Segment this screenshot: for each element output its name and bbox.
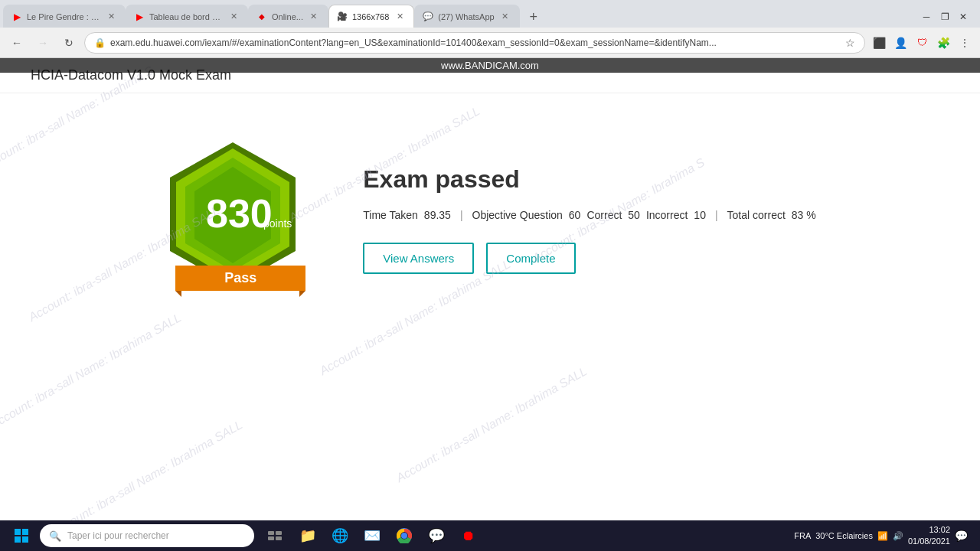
lock-icon: 🔒 <box>94 37 106 48</box>
svg-rect-11 <box>276 531 282 535</box>
reload-button[interactable]: ↻ <box>58 32 80 54</box>
weather-text: 30°C Eclaircies <box>815 531 873 540</box>
tab-bar: ▶ Le Pire Gendre : le ma ✕ ▶ Tableau de … <box>0 0 980 28</box>
svg-text:points: points <box>263 217 292 230</box>
objective-value: 60 <box>569 209 581 221</box>
watermark-7: Account: ibra-sall Name: Ibrahima SALL <box>394 364 590 485</box>
minimize-button[interactable]: ─ <box>919 9 934 24</box>
extensions-button[interactable]: ⬛ <box>870 34 888 52</box>
svg-rect-8 <box>15 536 21 543</box>
clock-date: 01/08/2021 <box>908 536 950 547</box>
total-correct-label: Total correct <box>727 209 786 221</box>
clock-time: 13:02 <box>929 524 950 536</box>
tab-3[interactable]: ◆ Online... ✕ <box>248 5 328 28</box>
keyboard-lang[interactable]: FRA <box>794 531 811 540</box>
tab-5[interactable]: 💬 (27) WhatsApp ✕ <box>414 5 519 28</box>
tab-1[interactable]: ▶ Le Pire Gendre : le ma ✕ <box>3 5 126 28</box>
incorrect-value: 10 <box>694 209 706 221</box>
adblock-icon[interactable]: 🛡 <box>913 34 931 52</box>
exam-passed-title: Exam passed <box>363 165 816 194</box>
browser-window: ▶ Le Pire Gendre : le ma ✕ ▶ Tableau de … <box>0 0 980 551</box>
browser-body: www.BANDICAM.com Account: ibra-sall Name… <box>0 58 980 520</box>
tab-2[interactable]: ▶ Tableau de bord de la ✕ <box>126 5 248 28</box>
record-icon[interactable]: ⏺ <box>453 522 484 549</box>
tab-2-close[interactable]: ✕ <box>227 11 240 23</box>
svg-text:830: 830 <box>206 191 273 236</box>
time-taken-label: Time Taken <box>363 209 418 221</box>
close-window-button[interactable]: ✕ <box>956 9 971 24</box>
svg-rect-12 <box>268 536 274 540</box>
new-tab-button[interactable]: + <box>523 6 544 28</box>
pass-ribbon: Pass <box>175 266 305 291</box>
maximize-button[interactable]: ❐ <box>937 9 952 24</box>
correct-value: 50 <box>628 209 640 221</box>
separator-2: | <box>715 209 718 221</box>
tab-3-favicon: ◆ <box>256 11 267 22</box>
svg-point-15 <box>401 533 407 539</box>
page-title: HCIA-Datacom V1.0 Mock Exam <box>31 67 949 83</box>
correct-label: Correct <box>586 209 622 221</box>
taskbar-icons: 📁 🌐 ✉️ 💬 ⏺ <box>260 522 484 549</box>
exam-actions: View Answers Complete <box>363 243 816 274</box>
separator-1: | <box>460 209 463 221</box>
start-button[interactable] <box>6 523 37 548</box>
time-taken-value: 89.35 <box>424 209 451 221</box>
toolbar-actions: ⬛ 👤 🛡 🧩 ⋮ <box>870 34 974 52</box>
chrome-icon[interactable] <box>389 522 420 549</box>
svg-rect-10 <box>268 531 274 535</box>
tab-1-title: Le Pire Gendre : le ma <box>27 12 100 21</box>
network-icon[interactable]: 📶 <box>877 531 888 541</box>
tab-1-close[interactable]: ✕ <box>105 11 117 23</box>
score-badge: 830 points Pass <box>164 139 317 300</box>
tab-5-favicon: 💬 <box>423 11 433 22</box>
page-content: Account: ibra-sall Name: Ibrahima S Acco… <box>0 58 980 520</box>
taskview-icon[interactable] <box>260 522 291 549</box>
tab-3-close[interactable]: ✕ <box>308 11 320 23</box>
complete-button[interactable]: Complete <box>486 243 575 274</box>
tray-clock[interactable]: 13:02 01/08/2021 <box>908 524 950 548</box>
exam-stats: Time Taken 89.35 | Objective Question 60… <box>363 209 816 221</box>
tab-4-close[interactable]: ✕ <box>394 11 406 23</box>
weather-tray[interactable]: 30°C Eclaircies <box>815 531 873 540</box>
address-bar[interactable]: 🔒 exam.edu.huawei.com/iexam/#/examinatio… <box>84 32 865 54</box>
tab-2-title: Tableau de bord de la <box>149 12 223 21</box>
taskbar-search-placeholder: Taper ici pour rechercher <box>67 530 169 541</box>
watermark-8: Account: ibra-sall Name: Ibrahima SALL <box>50 418 245 520</box>
svg-rect-6 <box>15 529 21 535</box>
notification-icon[interactable]: 💬 <box>955 530 968 542</box>
url-text: exam.edu.huawei.com/iexam/#/examinationC… <box>110 37 841 48</box>
tab-5-close[interactable]: ✕ <box>499 11 511 23</box>
more-extensions-icon[interactable]: 🧩 <box>934 34 952 52</box>
skype-icon[interactable]: 💬 <box>421 522 452 549</box>
bookmark-icon[interactable]: ☆ <box>845 37 855 49</box>
taskbar-search[interactable]: 🔍 Taper ici pour rechercher <box>40 524 254 547</box>
windows-icon <box>14 528 29 543</box>
menu-button[interactable]: ⋮ <box>956 34 974 52</box>
edge-icon[interactable]: 🌐 <box>325 522 355 549</box>
sound-icon[interactable]: 🔊 <box>893 531 903 541</box>
tab-5-title: (27) WhatsApp <box>438 12 494 21</box>
total-correct-value: 83 % <box>792 209 816 221</box>
window-controls: ─ ❐ ✕ <box>913 6 977 28</box>
profile-button[interactable]: 👤 <box>891 34 910 52</box>
score-section: Exam passed Time Taken 89.35 | Objective… <box>363 165 816 274</box>
forward-button[interactable]: → <box>32 32 54 54</box>
mail-icon[interactable]: ✉️ <box>357 522 387 549</box>
svg-rect-7 <box>22 529 28 535</box>
file-explorer-icon[interactable]: 📁 <box>292 522 323 549</box>
incorrect-label: Incorrect <box>646 209 688 221</box>
page-header: HCIA-Datacom V1.0 Mock Exam <box>0 58 980 93</box>
tab-4-title: 1366x768 <box>352 12 389 21</box>
tab-4-active[interactable]: 🎥 1366x768 ✕ <box>328 5 414 28</box>
taskbar-tray: FRA 30°C Eclaircies 📶 🔊 13:02 01/08/2021… <box>788 524 974 548</box>
svg-rect-13 <box>276 536 282 540</box>
back-button[interactable]: ← <box>6 32 28 54</box>
objective-label: Objective Question <box>472 209 563 221</box>
result-container: 830 points Pass Exam passed Time Taken <box>0 93 980 346</box>
taskbar: 🔍 Taper ici pour rechercher 📁 🌐 ✉️ <box>0 520 980 551</box>
tab-3-title: Online... <box>272 12 303 21</box>
view-answers-button[interactable]: View Answers <box>363 243 474 274</box>
tab-4-favicon: 🎥 <box>337 11 348 22</box>
tab-1-favicon: ▶ <box>11 11 22 22</box>
browser-toolbar: ← → ↻ 🔒 exam.edu.huawei.com/iexam/#/exam… <box>0 28 980 58</box>
